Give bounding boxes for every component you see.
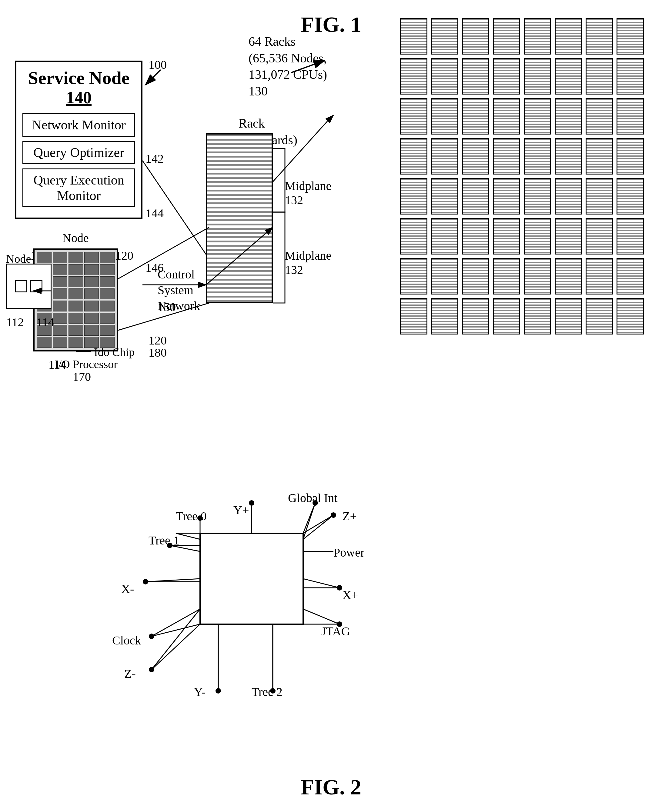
- service-node-box: Service Node 140 Network Monitor Query O…: [15, 61, 143, 219]
- node-cell: [84, 289, 99, 299]
- compute-node-number: 110: [240, 588, 263, 606]
- rack-thumb: [617, 138, 644, 175]
- rack-thumb: [555, 138, 582, 175]
- rack-thumb: [617, 298, 644, 334]
- svg-line-32: [303, 515, 333, 533]
- rack-thumb: [586, 258, 613, 295]
- node-cell: [53, 337, 67, 348]
- xminus-label: X-: [121, 582, 134, 596]
- node-cell: [53, 264, 67, 275]
- rack-thumb: [524, 138, 551, 175]
- rack-thumb: [493, 178, 520, 215]
- rack-thumb: [431, 218, 458, 255]
- service-node-title: Service Node: [22, 68, 135, 88]
- rack-thumb: [555, 258, 582, 295]
- node-cell: [69, 313, 83, 324]
- rack-thumb: [524, 178, 551, 215]
- node-cell: [84, 276, 99, 287]
- svg-line-42: [151, 609, 200, 636]
- label-144: 144: [146, 206, 164, 220]
- node-cell: [84, 300, 99, 311]
- rack-thumb: [400, 218, 427, 255]
- rack-thumb: [524, 58, 551, 95]
- query-execution-monitor-box: Query Execution Monitor: [22, 168, 135, 207]
- rack-thumb: [617, 258, 644, 295]
- svg-point-22: [149, 667, 154, 672]
- svg-line-30: [303, 503, 315, 533]
- svg-point-24: [215, 688, 221, 693]
- rack-thumb: [400, 18, 427, 55]
- rack-thumb: [493, 218, 520, 255]
- svg-line-39: [146, 579, 200, 582]
- rack-thumb: [586, 18, 613, 55]
- svg-point-29: [249, 500, 254, 505]
- label-142: 142: [146, 151, 164, 166]
- midplane-label-2: Midplane 132: [285, 249, 331, 277]
- power-label: Power: [333, 546, 364, 560]
- clock-label: Clock: [112, 633, 141, 647]
- rack-thumb: [586, 178, 613, 215]
- svg-line-7: [327, 115, 333, 121]
- rack-thumb: [431, 258, 458, 295]
- svg-line-43: [151, 609, 200, 669]
- yplus-label: Y+: [233, 503, 249, 517]
- svg-line-48: [303, 515, 333, 539]
- label-114-node: 114: [36, 315, 54, 329]
- svg-point-20: [149, 634, 154, 639]
- node-cell: [100, 300, 114, 311]
- svg-point-33: [331, 512, 336, 518]
- tree1-label: Tree 1: [148, 533, 180, 547]
- rack-thumb: [400, 178, 427, 215]
- rack-thumb: [524, 298, 551, 334]
- node-cell: [69, 264, 83, 275]
- xplus-label: X+: [342, 588, 358, 602]
- rack-thumb: [586, 58, 613, 95]
- rack-thumb: [586, 98, 613, 135]
- rack-thumb: [524, 18, 551, 55]
- rack-thumb: [493, 18, 520, 55]
- rack-thumb: [431, 138, 458, 175]
- svg-line-50: [303, 579, 339, 588]
- query-optimizer-box: Query Optimizer: [22, 141, 135, 164]
- compute-node-box: Compute Node 110: [200, 533, 303, 624]
- node-cell: [100, 289, 114, 299]
- cpu-square-2: [30, 280, 42, 292]
- node-cell: [84, 325, 99, 336]
- rack-thumb: [431, 298, 458, 334]
- rack-thumb: [555, 58, 582, 95]
- rack-thumb: [431, 178, 458, 215]
- node-cell: [100, 264, 114, 275]
- zplus-label: Z+: [342, 509, 357, 523]
- rack-thumb: [555, 218, 582, 255]
- svg-line-47: [303, 503, 315, 539]
- svg-line-41: [176, 533, 200, 539]
- svg-point-18: [143, 579, 148, 584]
- rack-thumb: [524, 218, 551, 255]
- rack-thumb: [586, 218, 613, 255]
- service-node-number: 140: [22, 88, 135, 107]
- rack-thumb: [617, 218, 644, 255]
- node-cell: [53, 289, 67, 299]
- node-cell: [69, 337, 83, 348]
- network-monitor-box: Network Monitor: [22, 113, 135, 136]
- rack-thumb: [493, 98, 520, 135]
- io-processor-number: 170: [73, 370, 91, 384]
- racks-grid: [400, 18, 644, 334]
- rack-thumb: [617, 98, 644, 135]
- rack-thumb: [493, 298, 520, 334]
- rack-thumb: [400, 98, 427, 135]
- rack-thumb: [462, 98, 489, 135]
- rack-thumb: [524, 98, 551, 135]
- node-cell: [100, 252, 114, 263]
- rack-thumb: [462, 218, 489, 255]
- label-112: 112: [6, 315, 24, 329]
- node-cell: [53, 313, 67, 324]
- svg-line-21: [151, 624, 200, 669]
- rack-thumb: [462, 18, 489, 55]
- rack-thumb: [431, 18, 458, 55]
- rack-thumb: [493, 258, 520, 295]
- label-100: 100: [148, 58, 167, 72]
- rack-thumb: [617, 18, 644, 55]
- node-cell: [69, 276, 83, 287]
- svg-line-51: [303, 609, 339, 624]
